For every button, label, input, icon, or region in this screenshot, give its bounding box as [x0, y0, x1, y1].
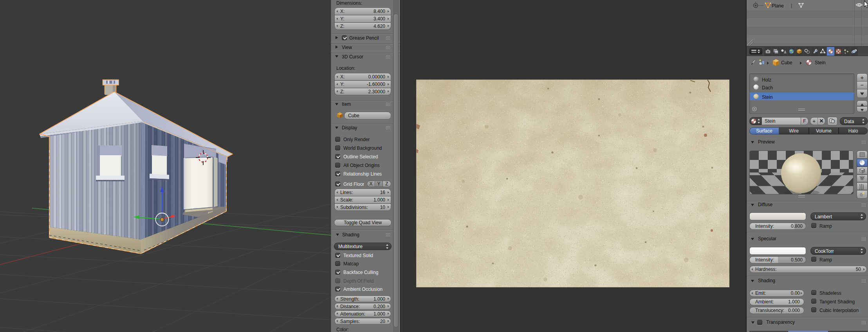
svg-text:Stein: Stein [815, 60, 825, 65]
svg-text:Cube: Cube [781, 60, 792, 65]
